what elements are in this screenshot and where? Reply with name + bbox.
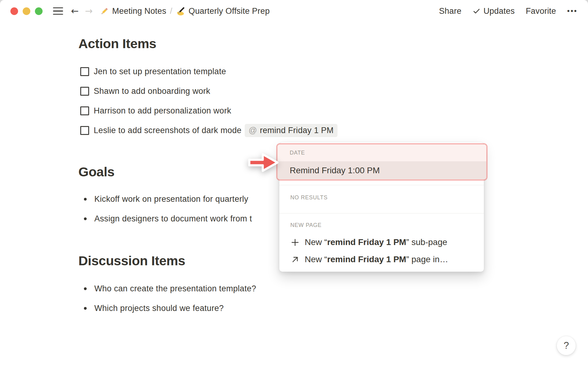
close-window-button[interactable] — [10, 7, 18, 15]
bullet-text: Who can create the presentation template… — [94, 284, 256, 293]
discussion-items-heading: Discussion Items — [78, 254, 185, 267]
todo-row: Leslie to add screenshots of dark mode @… — [80, 121, 337, 140]
todo-label: Harrison to add personalization work — [94, 106, 231, 116]
todo-row: Harrison to add personalization work — [80, 101, 337, 121]
header-actions: Share Updates Favorite ••• — [439, 6, 578, 16]
list-item: Assign designers to document work from t — [80, 209, 252, 229]
list-item: Which projects should we feature? — [80, 299, 256, 318]
zoom-window-button[interactable] — [35, 7, 43, 15]
bullet-dot — [84, 198, 87, 201]
no-results-section: NO RESULTS — [290, 190, 328, 205]
todo-checkbox[interactable] — [80, 126, 89, 135]
sidebar-menu-icon[interactable] — [53, 7, 63, 15]
bullet-text: Kickoff work on presentation for quarter… — [94, 194, 248, 204]
reminder-text: remind Friday 1 PM — [260, 126, 334, 135]
todo-checkbox[interactable] — [80, 87, 89, 96]
bullet-dot — [84, 287, 87, 290]
goals-heading: Goals — [78, 165, 115, 178]
traffic-lights — [10, 7, 43, 15]
todo-row: Shawn to add onboarding work — [80, 82, 337, 101]
arrow-up-right-icon — [290, 255, 300, 264]
updates-button[interactable]: Updates — [473, 6, 515, 16]
todo-row: Jen to set up presentation template — [80, 62, 337, 82]
question-mark-icon: ? — [564, 340, 569, 351]
pencil-emoji-icon — [100, 7, 109, 16]
writing-hand-emoji-icon — [176, 6, 185, 16]
more-options-button[interactable]: ••• — [567, 7, 578, 15]
popup-divider — [279, 213, 484, 213]
title-bar: ← → Meeting Notes / — [0, 0, 588, 22]
back-button[interactable]: ← — [71, 6, 79, 16]
breadcrumb: Meeting Notes / Quarterly Offsite Prep — [100, 6, 270, 16]
bullet-text: Which projects should we feature? — [94, 304, 224, 313]
action-items-heading: Action Items — [78, 37, 156, 50]
new-subpage-option[interactable]: New “remind Friday 1 PM” sub-page — [290, 235, 479, 250]
breadcrumb-quarterly-offsite-prep[interactable]: Quarterly Offsite Prep — [189, 6, 270, 16]
option-text: New “remind Friday 1 PM” page in… — [305, 255, 448, 264]
tutorial-highlight-ring: DATE Remind Friday 1:00 PM — [276, 143, 488, 181]
checkmark-icon — [473, 7, 481, 15]
help-button[interactable]: ? — [557, 336, 576, 355]
updates-label: Updates — [484, 6, 515, 16]
share-button[interactable]: Share — [439, 6, 462, 16]
forward-button-disabled: → — [85, 6, 92, 16]
notion-window: ← → Meeting Notes / — [0, 0, 588, 368]
reminder-mention-token[interactable]: @ remind Friday 1 PM — [245, 124, 338, 137]
todo-label: Shawn to add onboarding work — [94, 86, 210, 96]
breadcrumb-meeting-notes[interactable]: Meeting Notes — [112, 6, 166, 16]
todo-checkbox[interactable] — [80, 67, 89, 76]
todo-checkbox[interactable] — [80, 106, 89, 115]
option-text: New “remind Friday 1 PM” sub-page — [305, 237, 447, 247]
minimize-window-button[interactable] — [23, 7, 30, 15]
mention-date-popup: DATE Remind Friday 1:00 PM NO RESULTS NE… — [279, 142, 484, 272]
no-results-label: NO RESULTS — [290, 194, 328, 201]
remind-date-option[interactable]: Remind Friday 1:00 PM — [277, 161, 486, 179]
bullet-dot — [84, 217, 87, 220]
popup-divider — [279, 185, 484, 185]
at-symbol: @ — [249, 126, 257, 135]
favorite-button[interactable]: Favorite — [526, 6, 556, 16]
todo-label: Leslie to add screenshots of dark mode — [94, 126, 242, 135]
list-item: Who can create the presentation template… — [80, 279, 256, 299]
discussion-bullet-list: Who can create the presentation template… — [80, 279, 256, 318]
red-pointer-arrow-icon — [247, 149, 280, 177]
breadcrumb-separator: / — [166, 6, 176, 16]
goals-bullet-list: Kickoff work on presentation for quarter… — [80, 190, 252, 228]
plus-icon — [290, 238, 300, 247]
new-page-section-header: NEW PAGE — [290, 220, 322, 231]
new-page-in-option[interactable]: New “remind Friday 1 PM” page in… — [290, 252, 479, 267]
date-section-header: DATE — [277, 144, 486, 161]
new-page-label: NEW PAGE — [290, 222, 322, 228]
list-item: Kickoff work on presentation for quarter… — [80, 190, 252, 209]
bullet-text: Assign designers to document work from t — [94, 214, 252, 224]
todo-label: Jen to set up presentation template — [94, 67, 226, 76]
date-section-label: DATE — [290, 150, 305, 156]
todo-list: Jen to set up presentation template Shaw… — [80, 62, 337, 140]
bullet-dot — [84, 307, 87, 310]
